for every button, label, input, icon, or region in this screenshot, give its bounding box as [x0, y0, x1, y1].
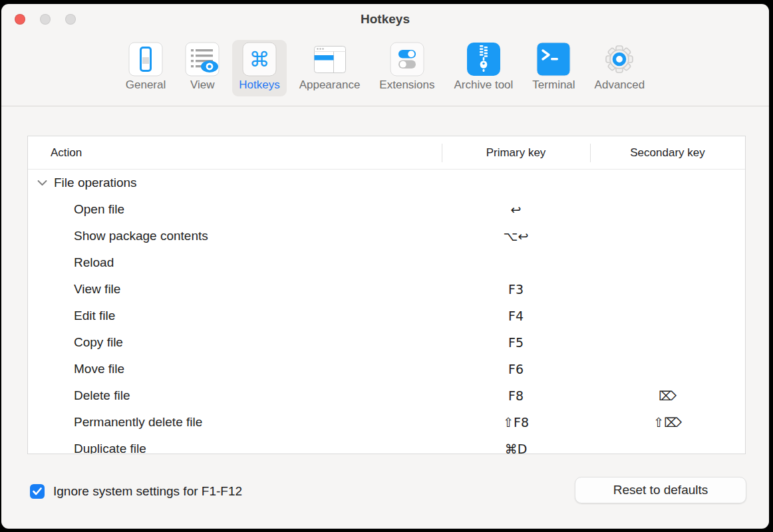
chevron-down-icon[interactable]: [37, 180, 47, 186]
group-cell: File operations: [28, 176, 442, 190]
primary-key-cell: ⌘D: [442, 442, 590, 454]
action-cell: Move file: [28, 362, 442, 376]
tab-label: View: [190, 78, 215, 92]
secondary-key-cell: ⌦: [590, 388, 745, 403]
action-cell: Permanently delete file: [28, 415, 442, 430]
checkbox-label: Ignore system settings for F1-F12: [53, 484, 242, 499]
hotkey-row[interactable]: View fileF3: [28, 276, 745, 303]
hotkey-row[interactable]: Delete fileF8⌦: [28, 382, 745, 409]
primary-key-cell: F6: [442, 362, 590, 376]
preferences-window: Hotkeys General: [1, 4, 769, 529]
window-panes-icon: [313, 42, 347, 76]
svg-text:⌘: ⌘: [249, 47, 269, 71]
column-divider: [590, 144, 591, 162]
tab-label: Hotkeys: [239, 78, 279, 92]
tab-hotkeys[interactable]: ⌘ Hotkeys: [232, 40, 286, 96]
tab-extensions[interactable]: Extensions: [373, 40, 441, 96]
content-area: Action Primary key Secondary key File op…: [1, 106, 769, 454]
gear-icon: [602, 42, 637, 76]
checkbox-checked-icon: [30, 484, 45, 499]
hotkey-row[interactable]: Open file↩: [28, 196, 745, 223]
action-cell: Copy file: [28, 335, 442, 350]
table-header: Action Primary key Secondary key: [28, 136, 745, 170]
traffic-lights: [15, 14, 76, 25]
primary-key-cell: F5: [442, 335, 590, 350]
reset-to-defaults-button[interactable]: Reset to defaults: [575, 477, 746, 503]
action-cell: Reload: [28, 255, 442, 270]
tab-archive-tool[interactable]: Archive tool: [448, 40, 520, 96]
action-cell: Duplicate file: [28, 442, 442, 454]
tab-general[interactable]: General: [119, 40, 172, 96]
primary-key-cell: F3: [442, 282, 590, 297]
action-cell: View file: [28, 282, 442, 297]
primary-key-cell: ⌥↩: [442, 229, 590, 243]
secondary-key-cell: ⇧⌦: [590, 415, 745, 430]
tab-advanced[interactable]: Advanced: [588, 40, 652, 96]
primary-key-cell: F8: [442, 388, 590, 403]
hotkey-row[interactable]: Move fileF6: [28, 356, 745, 382]
column-divider: [442, 144, 442, 162]
tab-label: General: [126, 78, 166, 92]
column-header-action: Action: [28, 146, 442, 160]
window-title: Hotkeys: [1, 4, 769, 35]
hotkey-row[interactable]: Permanently delete file⇧F8⇧⌦: [28, 409, 745, 436]
footer: Ignore system settings for F1-F12 Reset …: [1, 454, 769, 529]
primary-key-cell: F4: [442, 309, 590, 323]
ignore-system-settings-checkbox[interactable]: Ignore system settings for F1-F12: [30, 484, 242, 499]
table-body: File operationsOpen file↩Show package co…: [28, 170, 745, 454]
primary-key-cell: ↩: [442, 202, 590, 217]
action-cell: Edit file: [28, 309, 442, 323]
toolbar: General View ⌘ Hotkeys: [1, 35, 769, 106]
close-button[interactable]: [15, 14, 25, 25]
list-eye-icon: [185, 42, 220, 76]
column-header-secondary-key: Secondary key: [590, 146, 745, 160]
tab-label: Extensions: [379, 78, 434, 92]
hotkey-row[interactable]: Edit fileF4: [28, 303, 745, 329]
hotkeys-table: Action Primary key Secondary key File op…: [27, 136, 746, 454]
column-header-primary-key: Primary key: [442, 146, 590, 160]
action-cell: Show package contents: [28, 229, 442, 243]
hotkey-row[interactable]: Duplicate file⌘D: [28, 436, 745, 454]
tab-label: Advanced: [595, 78, 645, 92]
group-row[interactable]: File operations: [28, 170, 745, 196]
minimize-button[interactable]: [40, 14, 51, 25]
toggles-icon: [390, 42, 424, 76]
action-cell: Open file: [28, 202, 442, 217]
zip-archive-icon: [466, 42, 501, 76]
hotkey-row[interactable]: Show package contents⌥↩: [28, 223, 745, 249]
tab-label: Appearance: [299, 78, 361, 92]
zoom-button[interactable]: [65, 14, 76, 25]
primary-key-cell: ⇧F8: [442, 415, 590, 430]
tab-label: Archive tool: [454, 78, 514, 92]
hotkey-row[interactable]: Copy fileF5: [28, 329, 745, 356]
switch-icon: [128, 42, 163, 76]
command-icon: ⌘: [242, 42, 277, 76]
tab-view[interactable]: View: [178, 40, 226, 96]
titlebar: Hotkeys: [1, 4, 769, 35]
terminal-icon: [536, 42, 571, 76]
group-label: File operations: [54, 176, 137, 190]
hotkey-row[interactable]: Reload: [28, 249, 745, 276]
tab-appearance[interactable]: Appearance: [293, 40, 367, 96]
tab-label: Terminal: [532, 78, 575, 92]
action-cell: Delete file: [28, 388, 442, 403]
tab-terminal[interactable]: Terminal: [526, 40, 581, 96]
